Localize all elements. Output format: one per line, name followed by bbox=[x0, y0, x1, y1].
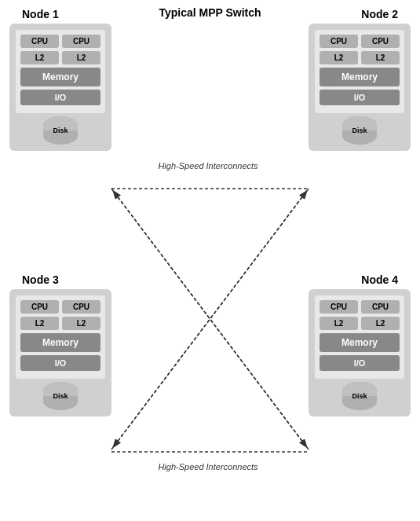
node1-inner: CPU CPU L2 L2 Memory I/O bbox=[16, 30, 105, 113]
diagram-title: Typical MPP Switch bbox=[0, 6, 420, 19]
node4-cpu2: CPU bbox=[361, 300, 400, 314]
node1: CPU CPU L2 L2 Memory I/O Disk bbox=[9, 24, 111, 151]
node2-memory: Memory bbox=[320, 68, 400, 86]
node4-l2-2: L2 bbox=[361, 317, 400, 330]
node3-cpu-row: CPU CPU bbox=[20, 300, 100, 314]
node2-cpu1: CPU bbox=[320, 35, 358, 48]
node3-l2-1: L2 bbox=[20, 317, 59, 330]
node1-l2-row: L2 L2 bbox=[20, 51, 100, 64]
node2-disk: Disk bbox=[342, 116, 377, 145]
node2-l2-row: L2 L2 bbox=[320, 51, 400, 64]
interconnect-diagonal-4-1 bbox=[114, 192, 309, 449]
node2-disk-container: Disk bbox=[315, 116, 404, 145]
node3-cpu1: CPU bbox=[20, 300, 59, 314]
node3: CPU CPU L2 L2 Memory I/O Disk bbox=[9, 289, 111, 416]
node4-l2-1: L2 bbox=[320, 317, 358, 330]
node3-memory: Memory bbox=[20, 333, 100, 352]
node2-inner: CPU CPU L2 L2 Memory I/O bbox=[315, 30, 404, 113]
node1-disk-container: Disk bbox=[16, 116, 105, 145]
node2: CPU CPU L2 L2 Memory I/O Disk bbox=[309, 24, 411, 151]
node1-l2-1: L2 bbox=[20, 51, 59, 64]
diagram-container: Typical MPP Switch Node 1 Node 2 Node 3 … bbox=[0, 0, 420, 521]
interconnect-diagonal-2-3 bbox=[114, 189, 309, 446]
node4: CPU CPU L2 L2 Memory I/O Disk bbox=[309, 289, 411, 416]
node1-disk: Disk bbox=[43, 116, 78, 145]
node2-cpu-row: CPU CPU bbox=[320, 35, 400, 48]
node3-disk: Disk bbox=[43, 382, 78, 410]
node1-l2-2: L2 bbox=[62, 51, 100, 64]
node1-memory: Memory bbox=[20, 68, 100, 86]
node2-disk-label: Disk bbox=[352, 127, 367, 134]
node4-disk-container: Disk bbox=[315, 382, 404, 410]
node1-io: I/O bbox=[20, 90, 100, 105]
node3-inner: CPU CPU L2 L2 Memory I/O bbox=[16, 295, 105, 379]
node2-cpu2: CPU bbox=[361, 35, 400, 48]
node3-disk-container: Disk bbox=[16, 382, 105, 410]
node3-io: I/O bbox=[20, 355, 100, 371]
node4-io: I/O bbox=[320, 355, 400, 371]
node1-cpu1: CPU bbox=[20, 35, 59, 48]
node1-disk-label: Disk bbox=[53, 127, 68, 134]
node1-label: Node 1 bbox=[22, 8, 59, 20]
node2-io: I/O bbox=[320, 90, 400, 105]
node3-l2-2: L2 bbox=[62, 317, 100, 330]
node1-cpu-row: CPU CPU bbox=[20, 35, 100, 48]
interconnect-diagonal-1-4 bbox=[111, 189, 306, 446]
node4-cpu1: CPU bbox=[320, 300, 358, 314]
node4-disk: Disk bbox=[342, 382, 377, 410]
node3-label: Node 3 bbox=[22, 273, 59, 286]
node4-memory: Memory bbox=[320, 333, 400, 352]
node3-cpu2: CPU bbox=[62, 300, 100, 314]
node2-l2-1: L2 bbox=[320, 51, 358, 64]
interconnect-label-bottom: High-Speed Interconnects bbox=[137, 462, 279, 471]
node1-cpu2: CPU bbox=[62, 35, 100, 48]
interconnect-diagonal-3-2 bbox=[111, 192, 306, 449]
node2-l2-2: L2 bbox=[361, 51, 400, 64]
node4-disk-label: Disk bbox=[352, 392, 367, 400]
node4-cpu-row: CPU CPU bbox=[320, 300, 400, 314]
node4-label: Node 4 bbox=[361, 273, 398, 286]
interconnect-label-top: High-Speed Interconnects bbox=[137, 161, 279, 171]
node3-l2-row: L2 L2 bbox=[20, 317, 100, 330]
node2-label: Node 2 bbox=[361, 8, 398, 20]
node3-disk-label: Disk bbox=[53, 392, 68, 400]
node4-inner: CPU CPU L2 L2 Memory I/O bbox=[315, 295, 404, 379]
node4-l2-row: L2 L2 bbox=[320, 317, 400, 330]
